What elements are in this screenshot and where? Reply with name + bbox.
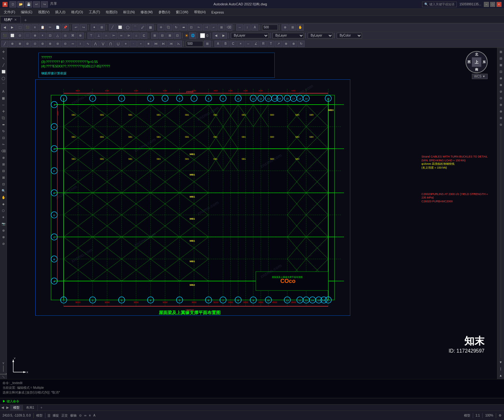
tool-prop2[interactable]: ⊡ bbox=[0, 181, 7, 187]
tab-jiegou[interactable]: 结构* ✕ bbox=[0, 16, 21, 23]
close-btn[interactable]: ✕ bbox=[496, 2, 501, 7]
tb3-tol[interactable]: ⊕ bbox=[283, 41, 289, 47]
tab-add-btn[interactable]: ＋ bbox=[21, 17, 30, 23]
tb2-8[interactable]: △ bbox=[54, 32, 61, 39]
tb3-12[interactable]: ∿ bbox=[84, 41, 91, 47]
tb-draw3[interactable]: ◯ bbox=[124, 24, 131, 31]
tb3-ldr[interactable]: ↗ bbox=[275, 41, 282, 47]
rt-10[interactable]: ⊛ bbox=[498, 108, 504, 114]
tb-move[interactable]: ✛ bbox=[158, 24, 164, 31]
tool-render[interactable]: ⬡ bbox=[0, 207, 7, 214]
tool-scale2[interactable]: ⊡ bbox=[0, 135, 7, 141]
tb2-snap3[interactable]: ∩ bbox=[103, 32, 110, 39]
open-btn[interactable]: 📂 bbox=[17, 1, 24, 8]
tool-crosshair[interactable]: ✛ bbox=[0, 49, 7, 55]
tb3-zoom[interactable]: ⊞ bbox=[204, 41, 211, 47]
tb3-6[interactable]: ⊚ bbox=[39, 41, 46, 47]
tb-mirror[interactable]: ⬌ bbox=[180, 24, 187, 31]
tool-pan[interactable]: ✋ bbox=[0, 194, 7, 200]
save-btn[interactable]: 💾 bbox=[25, 1, 32, 8]
tb2-view3[interactable]: ⊠ bbox=[166, 32, 173, 39]
tb3-15[interactable]: ⋂ bbox=[107, 41, 114, 47]
tb2-11[interactable]: ⊛ bbox=[77, 32, 84, 39]
status-lineweight-btn[interactable]: ≡ bbox=[89, 414, 91, 417]
tb3-23[interactable]: ⋊ bbox=[168, 41, 175, 47]
tool-camera[interactable]: 📷 bbox=[0, 221, 7, 227]
tb3-16[interactable]: ⋃ bbox=[115, 41, 122, 47]
tool-move[interactable]: ✛ bbox=[0, 108, 7, 114]
tool-layer[interactable]: ⊠ bbox=[0, 174, 7, 181]
rt-4[interactable]: ⊡ bbox=[498, 68, 504, 75]
rt-up2[interactable]: ▲ bbox=[498, 372, 504, 378]
menu-item-t[interactable]: 工具(T) bbox=[86, 9, 103, 15]
tb3-9[interactable]: ⊝ bbox=[62, 41, 69, 47]
search-box[interactable]: 🔍 键入关键字或短语 bbox=[422, 2, 457, 7]
status-settings-btn[interactable]: ⚙ bbox=[499, 414, 501, 417]
scale-value[interactable] bbox=[186, 41, 203, 47]
tb-match[interactable]: ✦ bbox=[91, 24, 98, 31]
tb2-render1[interactable]: 🌐 bbox=[189, 32, 196, 39]
tool-constraint[interactable]: ⊗ bbox=[0, 234, 7, 240]
tool-ucs[interactable]: ⊛ bbox=[0, 227, 7, 233]
tab-close-icon[interactable]: ✕ bbox=[14, 18, 17, 21]
tb2-3[interactable]: ⊙ bbox=[16, 32, 23, 39]
tb-btn-5[interactable]: ✂ bbox=[47, 24, 54, 31]
status-model[interactable]: 模型 bbox=[36, 413, 43, 418]
tb3-22[interactable]: ⋉ bbox=[160, 41, 167, 47]
layer-dropdown[interactable]: ByLayer bbox=[231, 33, 269, 38]
tb-redo[interactable]: ↪ bbox=[80, 24, 87, 31]
tb3-b[interactable]: B bbox=[222, 41, 229, 47]
tb2-view2[interactable]: ⊟ bbox=[159, 32, 166, 39]
tb3-5[interactable]: ⊙ bbox=[32, 41, 38, 47]
status-polar-btn[interactable]: 极轴 bbox=[70, 413, 77, 418]
tool-hatch[interactable]: ▦ bbox=[0, 95, 7, 101]
undo-btn[interactable]: ↩ bbox=[33, 1, 40, 8]
tb-draw1[interactable]: ╱ bbox=[109, 24, 116, 31]
tool-select[interactable]: ↖ bbox=[0, 55, 7, 61]
tb-array[interactable]: ⊞ bbox=[218, 24, 225, 31]
tb-rotate[interactable]: ↻ bbox=[173, 24, 180, 31]
tool-line[interactable]: ╱ bbox=[0, 62, 7, 68]
rt-9[interactable]: ⊚ bbox=[498, 101, 504, 108]
tb3-4[interactable]: ⊘ bbox=[24, 41, 31, 47]
menu-item-u[interactable]: 参数(U) bbox=[156, 9, 173, 15]
tool-mirror[interactable]: ⬌ bbox=[0, 121, 7, 128]
tb2-nav1[interactable]: ◀ bbox=[213, 32, 220, 39]
tb-fillet[interactable]: ⌐ bbox=[210, 24, 217, 31]
tb-zoom-ext[interactable]: ⊕ bbox=[282, 24, 289, 31]
tb3-11[interactable]: ≀ bbox=[77, 41, 84, 47]
tool-copy[interactable]: ⿻ bbox=[0, 115, 7, 121]
rt-7[interactable]: ⊘ bbox=[498, 88, 504, 95]
rt-2[interactable]: ⊟ bbox=[498, 55, 504, 61]
tb3-13[interactable]: ⋀ bbox=[92, 41, 99, 47]
tool-explode[interactable]: ⊕ bbox=[0, 154, 7, 161]
tb2-snap1[interactable]: ⊤ bbox=[88, 32, 94, 39]
tb3-1[interactable]: ╱ bbox=[1, 41, 8, 47]
tb3-a[interactable]: A bbox=[215, 41, 221, 47]
tb3-2[interactable]: ⊕ bbox=[9, 41, 16, 47]
tool-light[interactable]: ☀ bbox=[0, 214, 7, 220]
tb2-snap2[interactable]: ⊥ bbox=[95, 32, 102, 39]
menu-item-i[interactable]: 插入(I) bbox=[53, 9, 68, 15]
tb3-24[interactable]: ⋋ bbox=[175, 41, 182, 47]
tool-zoom[interactable]: 🔍 bbox=[0, 187, 7, 194]
tb3-3[interactable]: ⊗ bbox=[16, 41, 23, 47]
tb3-rad[interactable]: R bbox=[260, 41, 267, 47]
tool-block[interactable]: ⊞ bbox=[0, 161, 7, 167]
menu-item-e[interactable]: 编辑(E) bbox=[18, 9, 35, 15]
tool-trim[interactable]: ✁ bbox=[0, 141, 7, 147]
color-dropdown[interactable]: ByColor bbox=[337, 33, 362, 38]
tb-scale[interactable]: ⊡ bbox=[188, 24, 195, 31]
tb3-20[interactable]: ⋇ bbox=[145, 41, 152, 47]
tb-layer-next[interactable]: ▶ bbox=[9, 24, 16, 31]
canvas-area[interactable]: znzmo.com znzmo.com znzmo.com znzmo.com … bbox=[7, 48, 497, 379]
tool-insert[interactable]: ⊟ bbox=[0, 168, 7, 174]
rt-5[interactable]: ⊕ bbox=[498, 75, 504, 81]
tb-zoom-win[interactable]: ⊞ bbox=[289, 24, 296, 31]
tool-rect[interactable]: ⬜ bbox=[0, 68, 7, 75]
tool-circle[interactable]: ◯ bbox=[0, 75, 7, 81]
tb-btn-6[interactable]: 📄 bbox=[54, 24, 61, 31]
rt-vscroll[interactable]: | bbox=[498, 365, 504, 372]
tb3-14[interactable]: ⋁ bbox=[100, 41, 106, 47]
tool-erase[interactable]: ⌫ bbox=[0, 148, 7, 154]
